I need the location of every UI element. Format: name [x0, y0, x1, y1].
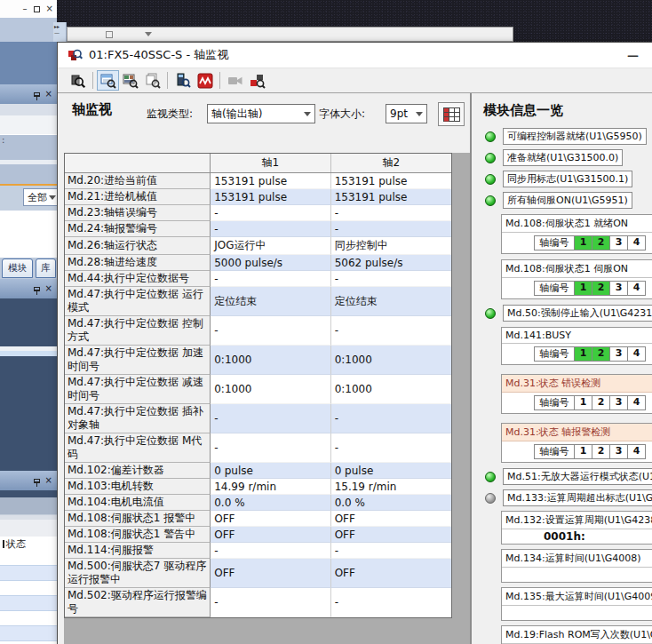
axis2-value: - [331, 588, 451, 617]
axis2-value: 15.19 r/min [331, 479, 451, 495]
monitor-type-select[interactable]: 轴(输出轴) [207, 104, 315, 123]
row-label: Md.104:电机电流值 [65, 495, 211, 511]
axis-indicator-row: 轴编号1234 [534, 346, 652, 362]
monitor-table-row[interactable]: Md.104:电机电流值0.0 %0.0 % [65, 495, 451, 511]
monitor-table-row[interactable]: Md.47:执行中定位数据 运行模式定位结束定位结束 [65, 287, 451, 316]
cam-monitor-icon[interactable] [224, 70, 246, 91]
monitor-table-row[interactable]: Md.47:执行中定位数据 控制方式-- [65, 316, 451, 346]
axis-cell: 1 [574, 281, 592, 296]
font-size-select[interactable]: 9pt [386, 104, 427, 123]
module-status-item[interactable]: Md.133:运算周期超出标志(U1\G4 [472, 489, 652, 506]
axis2-value: OFF [331, 559, 451, 588]
restore-icon[interactable] [34, 6, 40, 12]
monitor-table-row[interactable]: Md.108:伺服状态1 报警中OFFOFF [65, 511, 451, 527]
clipped-glyph [0, 540, 4, 548]
axis-status-group[interactable]: Md.31:状态 错误检测轴编号1234 [501, 374, 652, 414]
group-value: 0001h: [502, 529, 652, 544]
pin-icon[interactable] [34, 92, 40, 97]
multi-window-monitor-icon[interactable] [141, 70, 163, 91]
row-label: Md.108:伺服状态1 警告中 [65, 527, 211, 543]
module-monitor-icon[interactable] [171, 70, 194, 91]
chevron-down-icon[interactable] [145, 32, 152, 36]
error-history-monitor-icon[interactable] [246, 70, 268, 91]
monitor-table-row[interactable]: Md.20:进给当前值153191 pulse153191 pulse [65, 173, 451, 189]
module-status-item[interactable]: 同步用标志(U1\G31500.1) [472, 171, 652, 187]
toolbar-separator [219, 72, 220, 89]
axis-monitor-view-icon[interactable] [97, 70, 119, 91]
close-icon[interactable]: × [45, 284, 52, 293]
module-status-item[interactable]: 可编程控制器就绪(U1\G5950) [472, 128, 652, 145]
module-status-item[interactable]: Md.50:强制停止输入(U1\G4231) [472, 305, 652, 322]
monitor-table-row[interactable]: Md.24:轴报警编号-- [65, 221, 451, 237]
background-window-edge [0, 18, 57, 42]
monitor-table-row[interactable]: Md.500:伺服状态7 驱动程序运行报警中OFFOFF [65, 559, 451, 588]
monitor-table-row[interactable]: Md.47:执行中定位数据 插补对象轴-- [65, 404, 451, 433]
close-icon[interactable]: × [45, 476, 52, 485]
module-status-item[interactable]: 所有轴伺服ON(U1\G5951) [472, 192, 652, 209]
axis-status-group[interactable]: Md.31:状态 轴报警检测轴编号1234 [501, 423, 652, 463]
axis2-value: 153191 pulse [331, 173, 451, 189]
pin-icon[interactable] [34, 287, 40, 291]
table-display-button[interactable] [438, 102, 465, 126]
monitor-table-area[interactable]: 轴1 轴2 Md.20:进给当前值153191 pulse153191 puls… [64, 153, 470, 644]
monitor-table-row[interactable]: Md.44:执行中定位数据号-- [65, 271, 451, 287]
axis-status-group[interactable]: Md.108:伺服状态1 就绪ON轴编号1234 [501, 214, 652, 254]
tab-library[interactable]: 库 [36, 258, 56, 278]
row-label: Md.114:伺服报警 [65, 543, 211, 559]
pin-icon[interactable] [34, 479, 40, 483]
monitor-table-row[interactable]: Md.47:执行中定位数据 M代码-- [65, 433, 451, 463]
axis-cell: 3 [609, 444, 628, 459]
monitor-table-row[interactable]: Md.23:轴错误编号-- [65, 205, 451, 221]
waveform-trace-icon[interactable] [194, 70, 216, 91]
minimize-icon[interactable]: — [627, 49, 639, 62]
monitor-table-row[interactable]: Md.502:驱动程序运行报警编号-- [65, 588, 451, 617]
header-axis1[interactable]: 轴1 [211, 154, 330, 172]
monitor-table-row[interactable]: Md.108:伺服状态1 警告中OFFOFF [65, 527, 451, 543]
detail-monitor-icon[interactable] [119, 70, 141, 91]
filter-row: 全部 [0, 186, 57, 211]
value-group[interactable]: Md.19:Flash ROM写入次数(U1\G4 [501, 625, 652, 644]
panel-row [0, 497, 57, 515]
value-group[interactable]: Md.134:运算时间(U1\G4008) [501, 549, 652, 583]
axis-status-group[interactable]: Md.141:BUSY轴编号1234 [501, 327, 652, 365]
value-group[interactable]: Md.132:设置运算周期(U1\G4238)0001h: [501, 511, 652, 545]
dialog-titlebar[interactable]: 01:FX5-40SSC-S - 轴监视 — [58, 43, 652, 68]
row-label: Md.47:执行中定位数据 运行模式 [65, 287, 211, 316]
monitor-table-row[interactable]: Md.102:偏差计数器0 pulse0 pulse [65, 463, 451, 479]
axis-number-label: 轴编号 [534, 395, 575, 410]
monitor-table-row[interactable]: Md.26:轴运行状态JOG运行中同步控制中 [65, 237, 451, 255]
axis-cell: 1 [574, 444, 592, 459]
axis1-value: - [211, 404, 330, 433]
axis-cell: 2 [592, 444, 610, 459]
filter-dropdown[interactable]: 全部 [23, 188, 59, 206]
minimize-icon[interactable]: – [23, 4, 28, 13]
status-led-green [485, 308, 496, 319]
monitor-table-row[interactable]: Md.114:伺服报警-- [65, 543, 451, 559]
module-status-item[interactable]: Md.51:无放大器运行模式状态(U1\G [472, 468, 652, 485]
status-led-gray [485, 493, 496, 504]
monitor-table-row[interactable]: Md.47:执行中定位数据 加速时间号0:10000:1000 [65, 346, 451, 375]
collapsed-panel-strip[interactable]: ▸▸— [53, 22, 67, 42]
monitor-table-row[interactable]: Md.103:电机转数14.99 r/min15.19 r/min [65, 479, 451, 495]
monitor-table-row[interactable]: Md.21:进给机械值153191 pulse153191 pulse [65, 189, 451, 205]
axis-status-group[interactable]: Md.108:伺服状态1 伺服ON轴编号1234 [501, 259, 652, 299]
close-icon[interactable]: × [46, 4, 53, 13]
axis1-value: 153191 pulse [211, 189, 330, 205]
row-label: Md.500:伺服状态7 驱动程序运行报警中 [65, 559, 211, 588]
status-led-green [485, 174, 496, 185]
monitor-table-row[interactable]: Md.28:轴进给速度5000 pulse/s5062 pulse/s [65, 255, 451, 271]
group-header: Md.134:运算时间(U1\G4008) [502, 550, 652, 568]
monitor-start-stop-icon[interactable] [67, 70, 89, 91]
font-size-value: 9pt [390, 107, 408, 120]
module-status-item[interactable]: 准备就绪(U1\G31500.0) [472, 149, 652, 166]
background-toolbar-icon[interactable] [106, 31, 113, 38]
header-axis2[interactable]: 轴2 [331, 154, 451, 172]
axis-cell: 2 [592, 395, 610, 410]
close-icon[interactable]: × [45, 90, 52, 99]
monitor-table-row[interactable]: Md.47:执行中定位数据 减速时间号0:10000:1000 [65, 375, 451, 404]
panel-header: × [0, 471, 57, 490]
value-group[interactable]: Md.135:最大运算时间(U1\G4009) [501, 587, 652, 621]
module-status-label: Md.133:运算周期超出标志(U1\G4 [503, 489, 652, 506]
panel-row [0, 104, 57, 115]
tab-module[interactable]: 模块 [2, 258, 33, 278]
